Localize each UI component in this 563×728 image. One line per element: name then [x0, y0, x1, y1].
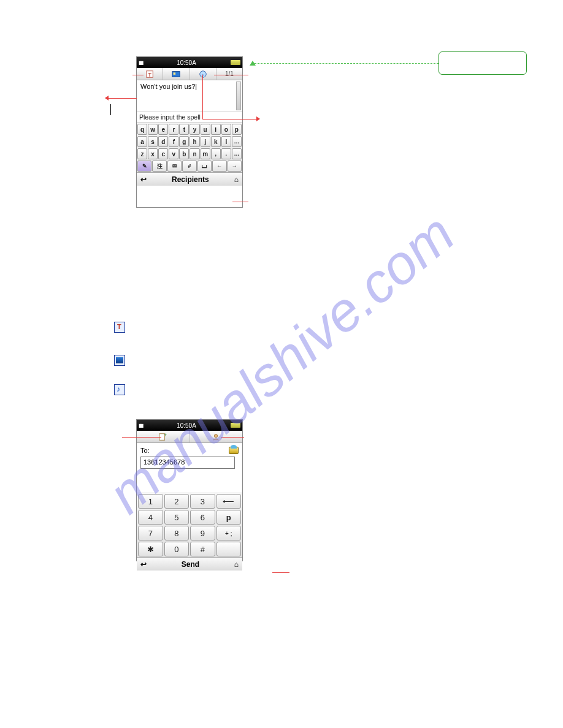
key-left[interactable]: ←: [212, 161, 226, 172]
clock-text-2: 10:50A: [177, 422, 196, 429]
anno2-bottom: [272, 572, 289, 573]
nkey-9[interactable]: 9: [190, 526, 215, 540]
nkey-blank[interactable]: [216, 542, 242, 556]
recipient-body: To: 13612345678: [137, 443, 242, 492]
contact-icon: [212, 433, 220, 441]
key-x[interactable]: x: [148, 148, 158, 159]
key-space[interactable]: ⌴: [197, 161, 212, 172]
key-y[interactable]: y: [190, 124, 199, 135]
nkey-2[interactable]: 2: [164, 494, 190, 509]
nkey-6[interactable]: 6: [190, 510, 215, 525]
key-p[interactable]: p: [232, 124, 242, 135]
kb-row-2: a s d f g h j k l …: [137, 135, 242, 148]
nkey-1[interactable]: 1: [138, 494, 163, 509]
svg-text:T: T: [148, 71, 152, 77]
clock-text: 10:50A: [177, 59, 196, 66]
inline-sound-icon-row: [114, 384, 128, 395]
key-more1[interactable]: …: [232, 136, 242, 147]
qwerty-keyboard: q w e r t y u i o p a s d f g h j k l … …: [137, 123, 242, 172]
key-b[interactable]: b: [179, 148, 189, 159]
message-text: Won't you join us?: [140, 83, 195, 90]
kb-row-4: ✎ 注 ✉ # ⌴ ← →: [137, 160, 242, 172]
key-l[interactable]: l: [221, 136, 231, 147]
key-t[interactable]: t: [179, 124, 189, 135]
nkey-star[interactable]: ✱: [138, 542, 163, 556]
status-bar-2: ▮▮▮ 10:50A: [137, 420, 242, 431]
nkey-7[interactable]: 7: [138, 526, 163, 540]
tab-image[interactable]: [163, 68, 190, 80]
key-c[interactable]: c: [158, 148, 168, 159]
anno2-right-tab: [221, 437, 244, 438]
key-m[interactable]: m: [201, 148, 210, 159]
key-j[interactable]: j: [201, 136, 210, 147]
key-h[interactable]: h: [190, 136, 199, 147]
nkey-3[interactable]: 3: [190, 494, 215, 509]
key-v[interactable]: v: [169, 148, 178, 159]
key-s[interactable]: s: [148, 136, 158, 147]
key-e[interactable]: e: [158, 124, 168, 135]
nkey-5[interactable]: 5: [164, 510, 190, 525]
inline-image-icon-row: [114, 354, 128, 366]
softkey-home-icon[interactable]: ⌂: [234, 175, 239, 184]
to-row: To:: [140, 447, 239, 454]
softkey-center-label[interactable]: Recipients: [172, 175, 209, 184]
key-k[interactable]: k: [211, 136, 221, 147]
tab-text[interactable]: T: [137, 68, 163, 80]
key-hash[interactable]: #: [182, 161, 196, 172]
nkey-8[interactable]: 8: [164, 526, 190, 540]
key-q[interactable]: q: [137, 124, 147, 135]
status-bar: ▮▮▮ 10:50A: [137, 57, 242, 68]
text-cursor: |: [195, 83, 197, 90]
key-z[interactable]: z: [137, 148, 147, 159]
key-d[interactable]: d: [158, 136, 168, 147]
key-n[interactable]: n: [190, 148, 199, 159]
nkey-4[interactable]: 4: [138, 510, 163, 525]
nkey-0[interactable]: 0: [164, 542, 190, 556]
key-a[interactable]: a: [137, 136, 147, 147]
text-tab-icon: T: [145, 70, 154, 78]
nkey-plus[interactable]: + ;: [216, 526, 242, 540]
battery-icon-2: [231, 423, 240, 428]
key-more2[interactable]: …: [232, 148, 242, 159]
tab-sound[interactable]: ♪: [190, 68, 216, 80]
key-g[interactable]: g: [179, 136, 189, 147]
anno-line-home: [232, 202, 248, 202]
key-comma[interactable]: ,: [211, 148, 221, 159]
nkey-p[interactable]: p: [216, 510, 242, 525]
key-w[interactable]: w: [148, 124, 158, 135]
nkey-backspace[interactable]: ⟵: [216, 494, 242, 509]
image-tab-icon: [172, 70, 180, 78]
key-o[interactable]: o: [221, 124, 231, 135]
key-i[interactable]: i: [211, 124, 221, 135]
softkey-send-label[interactable]: Send: [182, 560, 199, 569]
svg-rect-3: [174, 72, 176, 75]
key-pencil[interactable]: ✎: [137, 161, 151, 172]
key-r[interactable]: r: [169, 124, 178, 135]
key-ime[interactable]: 注: [152, 161, 166, 172]
anno-line-spell-right: [202, 119, 256, 119]
anno-line-right-tab: [214, 75, 248, 75]
nkey-hash[interactable]: #: [190, 542, 215, 556]
callout-connector: [255, 63, 439, 64]
key-f[interactable]: f: [169, 136, 178, 147]
anno2-left-tab: [122, 437, 161, 438]
softkey-home-icon-2[interactable]: ⌂: [234, 560, 239, 569]
key-period[interactable]: .: [221, 148, 231, 159]
scrollbar[interactable]: [236, 82, 241, 110]
np-row-4: ✱ 0 #: [137, 541, 242, 557]
page-counter: 1/1: [216, 68, 242, 80]
key-envelope[interactable]: ✉: [167, 161, 182, 172]
key-right[interactable]: →: [228, 161, 242, 172]
image-icon: [114, 355, 125, 366]
bottom-toolbar-2: ↩ Send ⌂: [137, 557, 242, 571]
text-icon: [114, 322, 125, 333]
softkey-back-icon[interactable]: ↩: [140, 175, 147, 184]
message-text-area[interactable]: Won't you join us?|: [137, 80, 242, 112]
key-u[interactable]: u: [201, 124, 210, 135]
kb-row-3: z x c v b n m , . …: [137, 148, 242, 160]
envelope-icon[interactable]: [229, 447, 239, 454]
softkey-back-icon-2[interactable]: ↩: [140, 560, 147, 569]
callout-empty-box: [439, 51, 527, 75]
svg-text:+: +: [164, 433, 167, 438]
recipient-number-input[interactable]: 13612345678: [140, 457, 235, 469]
